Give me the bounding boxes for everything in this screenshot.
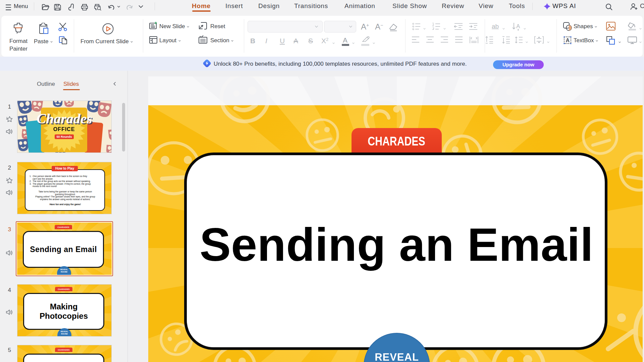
- svg-text:A: A: [516, 23, 520, 29]
- svg-text:A: A: [566, 38, 570, 43]
